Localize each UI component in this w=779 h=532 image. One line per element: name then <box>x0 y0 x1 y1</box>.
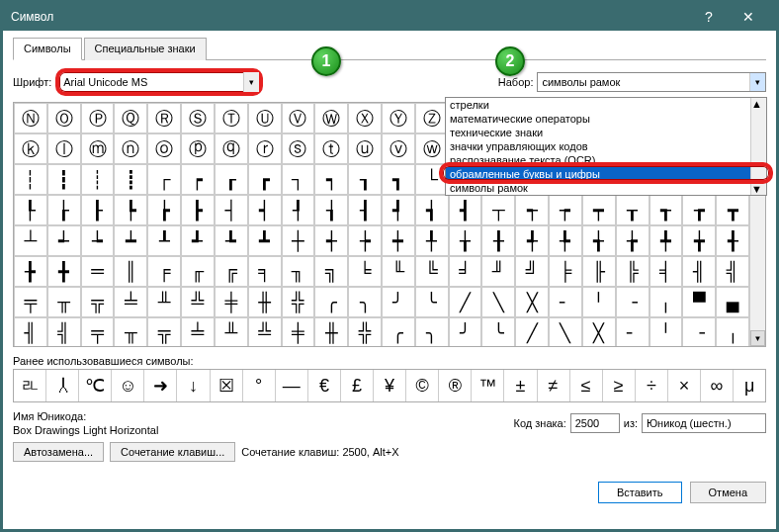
symbol-cell[interactable]: ⓣ <box>314 133 348 164</box>
symbol-cell[interactable]: ╟ <box>582 256 616 287</box>
symbol-cell[interactable]: ┦ <box>282 195 315 225</box>
symbol-cell[interactable]: ┫ <box>449 195 482 225</box>
symbol-cell[interactable]: ┩ <box>382 195 415 225</box>
shortcut-key-button[interactable]: Сочетание клавиш... <box>110 442 235 462</box>
symbol-cell[interactable]: ╰ <box>481 317 515 347</box>
symbol-cell[interactable]: ⓝ <box>114 133 147 164</box>
recent-symbol-cell[interactable]: ᛸ <box>46 370 79 401</box>
symbol-cell[interactable]: ┨ <box>348 195 382 225</box>
symbol-cell[interactable]: ╮ <box>415 317 449 347</box>
symbol-cell[interactable]: ╷ <box>649 287 683 317</box>
recent-symbol-cell[interactable]: ≥ <box>603 370 636 401</box>
symbol-cell[interactable]: ╕ <box>248 256 282 287</box>
symbol-cell[interactable]: ╢ <box>14 317 47 347</box>
symbol-cell[interactable]: ┎ <box>215 164 248 195</box>
symbol-cell[interactable]: ⓡ <box>248 133 282 164</box>
recent-symbol-cell[interactable]: © <box>406 370 439 401</box>
symbol-cell[interactable]: Ⓦ <box>314 103 348 133</box>
symbol-cell[interactable]: ╣ <box>47 317 81 347</box>
symbol-cell[interactable]: ┊ <box>81 164 115 195</box>
recent-symbol-cell[interactable]: μ <box>734 370 765 401</box>
symbol-cell[interactable]: ┓ <box>382 164 415 195</box>
symbol-cell[interactable]: ┱ <box>649 195 683 225</box>
symbol-cell[interactable]: ┍ <box>181 164 215 195</box>
symbol-cell[interactable]: Ⓞ <box>47 103 81 133</box>
symbol-cell[interactable]: Ⓣ <box>215 103 248 133</box>
symbol-cell[interactable]: Ⓟ <box>81 103 115 133</box>
scroll-down-icon[interactable]: ▼ <box>751 183 766 195</box>
symbol-cell[interactable]: ┞ <box>14 195 47 225</box>
symbol-cell[interactable]: ╣ <box>716 256 749 287</box>
symbol-cell[interactable]: ╤ <box>14 287 47 317</box>
symbol-cell[interactable]: ┽ <box>314 225 348 256</box>
symbol-cell[interactable]: ╛ <box>449 256 482 287</box>
symbol-cell[interactable]: ┴ <box>14 225 47 256</box>
symbol-cell[interactable]: ╒ <box>147 256 181 287</box>
symbol-cell[interactable]: Ⓝ <box>14 103 47 133</box>
symbol-cell[interactable]: ╊ <box>14 256 47 287</box>
symbol-cell[interactable]: ┋ <box>114 164 147 195</box>
symbol-cell[interactable]: ╚ <box>415 256 449 287</box>
symbol-cell[interactable]: ╧ <box>114 287 147 317</box>
symbol-cell[interactable]: ║ <box>114 256 147 287</box>
symbol-cell[interactable]: ╡ <box>649 256 683 287</box>
symbol-cell[interactable]: ▀ <box>682 287 716 317</box>
close-button[interactable]: ✕ <box>729 3 768 31</box>
symbol-cell[interactable]: ⓠ <box>215 133 248 164</box>
recent-symbol-cell[interactable]: ™ <box>472 370 504 401</box>
symbol-cell[interactable]: ┺ <box>215 225 248 256</box>
symbol-cell[interactable]: ┻ <box>248 225 282 256</box>
symbol-cell[interactable]: ╳ <box>515 287 549 317</box>
set-option[interactable]: технические знаки <box>446 126 766 139</box>
symbol-cell[interactable]: ▄ <box>716 287 749 317</box>
symbol-cell[interactable]: ┤ <box>215 195 248 225</box>
symbol-cell[interactable]: Ⓤ <box>248 103 282 133</box>
symbol-cell[interactable]: ╅ <box>582 225 616 256</box>
tab-special-chars[interactable]: Специальные знаки <box>84 38 207 60</box>
set-option[interactable]: стрелки <box>446 98 766 112</box>
symbol-cell[interactable]: ╱ <box>515 317 549 347</box>
symbol-cell[interactable]: Ⓧ <box>348 103 382 133</box>
symbol-cell[interactable]: ╦ <box>147 317 181 347</box>
from-combo[interactable]: ▾ <box>642 413 766 433</box>
symbol-cell[interactable]: ⓤ <box>348 133 382 164</box>
symbol-cell[interactable]: ╖ <box>282 256 315 287</box>
recent-symbol-cell[interactable]: ℃ <box>79 370 112 401</box>
tab-symbols[interactable]: Символы <box>13 38 82 60</box>
recent-symbol-cell[interactable]: ↓ <box>177 370 210 401</box>
symbol-cell[interactable]: ╥ <box>47 287 81 317</box>
symbol-cell[interactable]: ╪ <box>215 287 248 317</box>
symbol-cell[interactable]: ╭ <box>382 317 415 347</box>
recent-symbol-cell[interactable]: ≠ <box>538 370 570 401</box>
symbol-cell[interactable]: ╇ <box>649 225 683 256</box>
recent-symbol-cell[interactable]: ☒ <box>211 370 243 401</box>
symbol-cell[interactable]: ⓜ <box>81 133 115 164</box>
symbol-cell[interactable]: ┒ <box>348 164 382 195</box>
cancel-button[interactable]: Отмена <box>690 482 766 503</box>
symbol-cell[interactable]: ╳ <box>582 317 616 347</box>
symbol-cell[interactable]: ╬ <box>348 317 382 347</box>
symbol-cell[interactable]: ┧ <box>314 195 348 225</box>
symbol-cell[interactable]: ╀ <box>415 225 449 256</box>
symbol-cell[interactable]: ╴ <box>549 287 582 317</box>
symbol-cell[interactable]: ╋ <box>47 256 81 287</box>
recent-symbol-cell[interactable]: ≤ <box>570 370 603 401</box>
insert-button[interactable]: Вставить <box>598 482 682 503</box>
symbol-cell[interactable]: ╄ <box>549 225 582 256</box>
symbol-cell[interactable]: ┣ <box>181 195 215 225</box>
recent-symbol-cell[interactable]: ° <box>243 370 276 401</box>
symbol-cell[interactable]: ╓ <box>181 256 215 287</box>
symbol-cell[interactable]: ═ <box>81 256 115 287</box>
symbol-cell[interactable]: ╤ <box>81 317 115 347</box>
symbol-cell[interactable]: ┌ <box>147 164 181 195</box>
symbol-cell[interactable]: ┇ <box>47 164 81 195</box>
recent-symbol-cell[interactable]: ® <box>439 370 472 401</box>
symbol-cell[interactable]: ╱ <box>449 287 482 317</box>
recent-symbol-cell[interactable]: — <box>276 370 308 401</box>
symbol-cell[interactable]: Ⓡ <box>147 103 181 133</box>
recent-symbol-cell[interactable]: € <box>308 370 341 401</box>
set-option[interactable]: математические операторы <box>446 112 766 126</box>
symbol-cell[interactable]: ┟ <box>47 195 81 225</box>
symbol-cell[interactable]: ╶ <box>682 317 716 347</box>
symbol-cell[interactable]: ┵ <box>47 225 81 256</box>
